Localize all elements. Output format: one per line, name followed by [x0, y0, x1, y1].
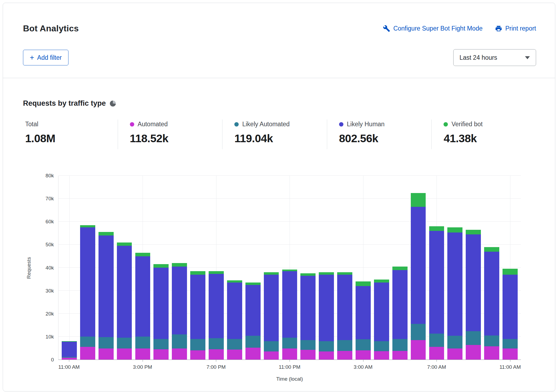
x-axis-labels: 11:00 AM3:00 PM7:00 PM11:00 PM3:00 AM7:0…: [58, 360, 521, 374]
bar-segment: [429, 334, 444, 347]
stacked-bar[interactable]: [503, 269, 518, 360]
stacked-bar[interactable]: [319, 272, 334, 360]
stacked-bar[interactable]: [190, 271, 205, 360]
bar-slot[interactable]: [446, 176, 464, 360]
add-filter-button[interactable]: + Add filter: [23, 50, 68, 65]
x-tick-mark: [510, 360, 510, 362]
bar-segment: [466, 230, 481, 234]
stacked-bar[interactable]: [117, 242, 132, 360]
bar-segment: [374, 351, 389, 360]
bar-segment: [62, 342, 77, 357]
bar-slot[interactable]: [262, 176, 281, 360]
bar-segment: [227, 280, 242, 283]
stacked-bar[interactable]: [447, 227, 462, 360]
stacked-bar[interactable]: [356, 281, 371, 360]
x-tick-mark: [216, 360, 216, 362]
bar-slot[interactable]: [299, 176, 317, 360]
bar-slot[interactable]: [134, 176, 152, 360]
print-report-link[interactable]: Print report: [495, 25, 536, 32]
bar-segment: [300, 340, 316, 350]
bar-slot[interactable]: [78, 176, 97, 360]
stacked-bar[interactable]: [411, 193, 426, 360]
stacked-bar[interactable]: [392, 267, 408, 360]
print-report-label: Print report: [505, 25, 536, 32]
x-slot: [170, 360, 189, 374]
bar-segment: [356, 339, 371, 350]
bar-slot[interactable]: [225, 176, 244, 360]
stat-total: Total 1.08M: [23, 119, 118, 149]
stacked-bar[interactable]: [153, 264, 169, 360]
stacked-bar[interactable]: [80, 225, 95, 360]
y-tick-label: 20k: [45, 311, 54, 317]
bar-slot[interactable]: [170, 176, 189, 360]
bar-segment: [337, 272, 352, 275]
x-slot: [225, 360, 244, 374]
stacked-bar[interactable]: [135, 253, 150, 360]
bar-segment: [99, 232, 114, 235]
bar-slot[interactable]: [97, 176, 115, 360]
bar-slot[interactable]: [428, 176, 446, 360]
bar-slot[interactable]: [409, 176, 428, 360]
stacked-bar[interactable]: [209, 271, 224, 360]
bar-slot[interactable]: [60, 176, 78, 360]
stacked-bar[interactable]: [374, 280, 389, 360]
x-tick-label: 7:00 AM: [427, 364, 446, 370]
time-range-select[interactable]: Last 24 hours: [453, 49, 536, 66]
y-tick-label: 40k: [45, 265, 54, 271]
bar-slot[interactable]: [372, 176, 391, 360]
bar-segment: [153, 349, 169, 360]
x-tick-label: 11:00 PM: [279, 364, 300, 370]
stacked-bar[interactable]: [466, 230, 481, 360]
stacked-bar[interactable]: [300, 273, 316, 360]
x-axis-title: Time (local): [58, 374, 521, 385]
bar-slot[interactable]: [281, 176, 299, 360]
bar-slot[interactable]: [207, 176, 225, 360]
bar-slot[interactable]: [336, 176, 354, 360]
bar-slot[interactable]: [317, 176, 336, 360]
bar-slot[interactable]: [189, 176, 207, 360]
bar-slot[interactable]: [501, 176, 519, 360]
bar-segment: [392, 267, 408, 270]
bar-segment: [319, 341, 334, 351]
bar-segment: [356, 286, 371, 339]
stacked-bar[interactable]: [62, 341, 77, 360]
stacked-bar[interactable]: [245, 283, 261, 360]
bar-segment: [209, 271, 224, 274]
x-slot: [152, 360, 170, 374]
bar-segment: [135, 253, 150, 256]
stacked-bar[interactable]: [337, 272, 352, 360]
bar-slot[interactable]: [464, 176, 482, 360]
stat-value: 802.56k: [339, 132, 432, 145]
bar-segment: [80, 337, 95, 347]
stacked-bar[interactable]: [227, 280, 242, 360]
bar-segment: [245, 283, 261, 285]
wrench-icon: [383, 25, 390, 32]
stacked-bar[interactable]: [429, 226, 444, 360]
bar-segment: [503, 275, 518, 339]
stacked-bar[interactable]: [282, 270, 297, 360]
bar-slot[interactable]: [244, 176, 262, 360]
x-tick-label: 11:00 AM: [58, 364, 80, 370]
stat-value: 118.52k: [130, 132, 222, 145]
bar-segment: [429, 231, 444, 334]
x-slot: 3:00 AM: [354, 360, 372, 374]
bar-segment: [282, 338, 297, 348]
stacked-bar[interactable]: [172, 263, 187, 360]
bar-segment: [282, 271, 297, 338]
stacked-bar[interactable]: [264, 272, 279, 360]
x-slot: [409, 360, 428, 374]
bot-analytics-card: Bot Analytics Configure Super Bot Fight …: [3, 3, 555, 391]
configure-sbfm-link[interactable]: Configure Super Bot Fight Mode: [383, 25, 482, 32]
stat-likely-automated: Likely Automated 119.04k: [222, 119, 327, 149]
bar-slot[interactable]: [354, 176, 372, 360]
y-axis-title: Requests: [23, 176, 35, 360]
stacked-bar[interactable]: [99, 232, 114, 360]
bar-slot[interactable]: [115, 176, 134, 360]
stacked-bar[interactable]: [484, 247, 499, 360]
bar-slot[interactable]: [391, 176, 409, 360]
bar-segment: [172, 267, 187, 334]
bar-segment: [264, 275, 279, 341]
bar-segment: [80, 227, 95, 337]
bar-slot[interactable]: [152, 176, 170, 360]
bar-slot[interactable]: [482, 176, 501, 360]
